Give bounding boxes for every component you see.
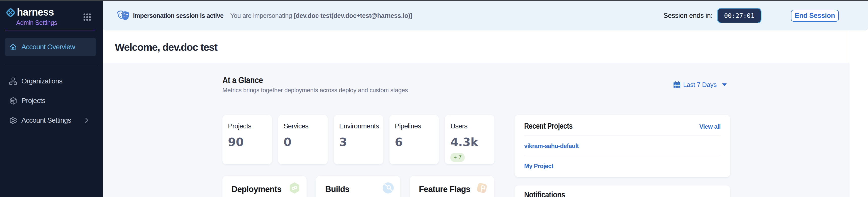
caret-down-icon	[722, 83, 727, 86]
projects-cube-icon	[9, 97, 18, 105]
stat-value: 0	[284, 135, 322, 149]
stat-card-users[interactable]: Users 4.3k + 7	[445, 115, 494, 164]
sidebar-item-label: Account Settings	[22, 116, 71, 124]
deployments-icon	[288, 182, 301, 194]
impersonation-title: Impersonation session is active	[133, 12, 223, 19]
sidebar-item-label: Projects	[22, 97, 45, 105]
stat-value: 6	[395, 135, 434, 149]
side-cards-column: Recent Projects View all vikram-sahu-def…	[515, 115, 730, 197]
brand-wordmark: harness	[17, 6, 54, 18]
stat-value: 90	[228, 135, 267, 149]
calendar-icon	[673, 81, 681, 88]
project-link[interactable]: My Project	[524, 163, 553, 170]
module-label: Deployments	[231, 185, 281, 194]
module-label: Feature Flags	[419, 185, 470, 194]
view-all-link[interactable]: View all	[700, 123, 721, 130]
home-icon	[9, 43, 18, 51]
sidebar: harness Admin Settings Ac	[0, 1, 103, 197]
page-title: Welcome, dev.doc test	[115, 41, 217, 53]
module-label: Builds	[325, 185, 349, 194]
impersonation-banner: Impersonation session is active You are …	[103, 1, 868, 30]
metrics-column: Projects 90 Services 0 Environments	[222, 115, 494, 197]
stats-row: Projects 90 Services 0 Environments	[222, 115, 494, 164]
welcome-band: Welcome, dev.doc test	[103, 30, 850, 63]
stat-label: Projects	[228, 122, 267, 130]
sidebar-nav: Account Overview Organizations	[0, 38, 103, 130]
builds-icon	[382, 182, 394, 194]
stat-card-services[interactable]: Services 0	[278, 115, 328, 164]
module-card-feature-flags[interactable]: Feature Flags	[410, 176, 494, 197]
right-rail	[850, 30, 868, 197]
recent-projects-card: Recent Projects View all vikram-sahu-def…	[515, 115, 730, 177]
impersonated-user: [dev.doc test(dev.doc+test@harness.io)]	[294, 12, 412, 19]
session-timer: 00:27:01	[717, 8, 762, 24]
sidebar-divider	[5, 65, 97, 65]
stat-card-environments[interactable]: Environments 3	[334, 115, 383, 164]
module-card-builds[interactable]: Builds	[316, 176, 400, 197]
stat-label: Environments	[339, 122, 378, 130]
stat-card-pipelines[interactable]: Pipelines 6	[390, 115, 439, 164]
recent-project-row: My Project	[524, 155, 721, 175]
time-range-label: Last 7 Days	[683, 81, 717, 89]
sidebar-item-projects[interactable]: Projects	[5, 91, 96, 111]
module-grid-icon[interactable]	[83, 13, 91, 21]
window-top-strip	[0, 0, 868, 1]
sidebar-logo-row: harness Admin Settings	[0, 1, 103, 26]
main-area: Impersonation session is active You are …	[103, 1, 868, 197]
impersonation-subtitle: You are impersonating [dev.doc test(dev.…	[230, 12, 412, 19]
impersonation-masks-icon	[117, 10, 131, 22]
recent-project-row: vikram-sahu-default	[524, 135, 721, 155]
notifications-title: Notifications	[524, 190, 689, 197]
stat-card-projects[interactable]: Projects 90	[222, 115, 272, 164]
body-row: Welcome, dev.doc test At a Glance Metric…	[103, 30, 868, 197]
modules-row: Deployments	[222, 176, 494, 197]
sidebar-purple-rule	[5, 30, 95, 30]
chevron-right-icon	[85, 117, 89, 124]
sidebar-item-organizations[interactable]: Organizations	[5, 71, 96, 91]
organizations-icon	[9, 77, 18, 85]
stat-value: 3	[339, 135, 378, 149]
harness-admin-page: harness Admin Settings Ac	[0, 0, 868, 197]
users-delta-badge: + 7	[451, 153, 465, 162]
sidebar-item-label: Account Overview	[22, 43, 75, 51]
module-card-deployments[interactable]: Deployments	[222, 176, 307, 197]
harness-logo-icon	[5, 7, 16, 18]
session-ends-label: Session ends in:	[663, 12, 713, 19]
at-a-glance-header: At a Glance Metrics brings together depl…	[222, 75, 730, 94]
content-column: Welcome, dev.doc test At a Glance Metric…	[103, 30, 850, 197]
stat-label: Users	[451, 122, 489, 130]
sidebar-item-account-overview[interactable]: Account Overview	[5, 38, 96, 56]
sidebar-item-label: Organizations	[22, 77, 62, 85]
time-range-picker[interactable]: Last 7 Days	[673, 76, 727, 94]
at-a-glance-title: At a Glance	[222, 75, 382, 85]
sidebar-item-account-settings[interactable]: Account Settings	[5, 111, 96, 130]
dashboard-area: At a Glance Metrics brings together depl…	[103, 63, 850, 197]
recent-projects-title: Recent Projects	[524, 121, 572, 131]
at-a-glance-subtitle: Metrics brings together deployments acro…	[222, 87, 408, 94]
end-session-button[interactable]: End Session	[791, 10, 839, 22]
stat-label: Pipelines	[395, 122, 434, 130]
notifications-card: Notifications	[515, 186, 730, 197]
stat-label: Services	[284, 122, 322, 130]
project-link[interactable]: vikram-sahu-default	[524, 143, 579, 150]
feature-flags-icon	[476, 182, 488, 194]
gear-icon	[9, 116, 18, 125]
stat-value: 4.3k	[451, 135, 489, 149]
